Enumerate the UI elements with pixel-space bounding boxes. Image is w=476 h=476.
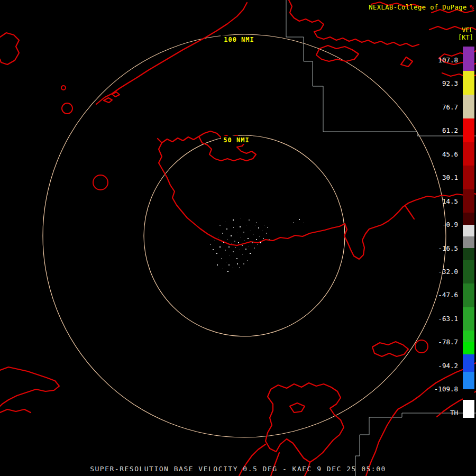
velocity-pixel [257,244,258,245]
velocity-pixel [219,246,221,248]
range-ring-100nmi [43,34,446,437]
coastline [401,57,413,67]
velocity-pixel [217,264,218,266]
colorbar-tick-label: 30.1 [423,174,458,181]
velocity-pixel [253,234,253,235]
coastline [96,3,247,104]
velocity-pixel [248,238,249,239]
velocity-pixel [269,239,270,240]
velocity-pixel [250,253,251,254]
velocity-pixel [226,228,227,230]
colorbar-segment [463,283,474,307]
site-title: NEXLAB-College of DuPage [369,4,466,11]
velocity-pixel [267,227,268,228]
velocity-pixel [258,227,259,228]
colorbar-segment [463,189,474,213]
colorbar-tick-label: -16.5 [423,245,458,252]
velocity-pixel [252,242,253,243]
map-lake-circle [62,103,72,114]
velocity-pixel [227,271,228,272]
velocity-pixel [222,233,223,234]
velocity-pixel [225,250,226,251]
colorbar-segment [463,142,474,166]
velocity-pixel [241,237,241,237]
velocity-pixel [234,241,235,242]
colorbar-segment [463,331,474,342]
colorbar-tick-label: -47.6 [423,291,458,299]
velocity-pixel [228,264,230,266]
radar-map: 100 NMI 50 NMI [0,0,476,476]
velocity-pixel [233,267,233,268]
coastline [0,33,19,65]
velocity-pixel [257,222,257,223]
velocity-pixel [249,246,249,246]
velocity-pixel [235,248,236,248]
coastline [316,45,359,61]
velocity-pixel [259,236,260,237]
velocity-pixel [237,233,237,233]
velocity-pixel [233,227,234,228]
coastline [0,409,31,413]
velocity-pixel [243,232,244,233]
coastline [162,136,199,143]
velocity-pixel [263,238,264,239]
colorbar-segment [463,236,474,248]
kt-unit-label: [KT] [458,34,473,41]
velocity-pixel [233,219,234,221]
velocity-speckles-layer [210,218,304,272]
product-caption: SUPER-RESOLUTION BASE VELOCITY 0.5 DEG -… [0,465,476,473]
velocity-pixel [244,241,245,241]
colorbar-segment [463,372,474,389]
velocity-pixel [238,242,239,243]
colorbar-segment [463,307,474,331]
velocity-pixel [254,248,255,249]
colorbar-tick-label: 76.7 [423,104,458,111]
velocity-pixel [228,246,230,248]
colorbar-segment [463,248,474,260]
velocity-pixel [262,230,262,231]
radar-display: 100 NMI 50 NMI NEXLAB-College of DuPage%… [0,0,476,476]
colorbar-segment [463,47,474,71]
ring-labels-layer: 100 NMI 50 NMI [221,35,258,144]
colorbar-segment [463,225,474,236]
colorbar-tick-label: 107.8 [423,57,458,64]
colorbar-tick-label: -32.0 [423,268,458,276]
velocity-pixel [249,219,250,221]
velocity-pixel [245,249,246,250]
colorbar-segment [463,118,474,142]
velocity-pixel [266,233,267,234]
colorbar-units: VEL [KT] [458,26,473,41]
colorbar-tick-label: -109.8 [423,386,458,393]
velocity-pixel [246,225,247,225]
map-lake-circle [61,86,66,90]
velocity-pixel [218,237,218,237]
velocity-pixel [251,230,251,231]
colorbar-tick-label: 45.6 [423,151,458,158]
cod-logo-icon: % [470,3,474,11]
coastlines-layer [0,0,476,476]
velocity-pixel [213,249,214,250]
colorbar-tick-label: 92.3 [423,80,458,87]
velocity-pixel [230,255,230,256]
colorbar-segment [463,166,474,189]
colorbar [463,47,474,418]
colorbar-tick-label: 14.5 [423,198,458,205]
velocity-pixel [248,260,248,261]
velocity-pixel [255,225,255,225]
velocity-pixel [227,239,228,240]
colorbar-tick-label: -94.2 [423,362,458,370]
range-ring-50nmi [144,135,345,336]
colorbar-segment [463,213,474,225]
colorbar-segment [463,389,474,400]
coastline [0,367,59,406]
velocity-pixel [219,225,221,226]
velocity-pixel [239,250,240,250]
ring-label-50nmi: 50 NMI [223,136,249,144]
velocity-pixel [294,222,294,223]
velocity-pixel [264,225,265,225]
velocity-pixel [243,263,244,264]
velocity-pixel [231,235,232,236]
velocity-pixel [239,267,240,268]
velocity-pixel [256,239,257,240]
velocity-pixel [222,269,223,269]
